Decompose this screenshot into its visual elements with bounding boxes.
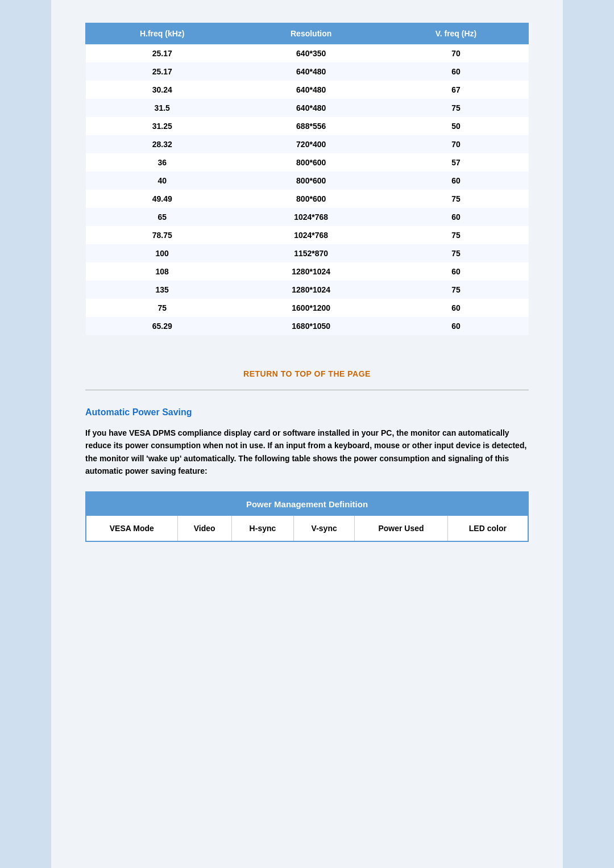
freq-cell: 75	[383, 244, 528, 262]
power-col-header: V-sync	[294, 516, 355, 541]
freq-cell: 1600*1200	[239, 299, 383, 317]
freq-cell: 65	[86, 208, 239, 226]
power-management-header: Power Management Definition	[86, 492, 528, 516]
freq-cell: 25.17	[86, 62, 239, 81]
freq-cell: 70	[383, 44, 528, 63]
freq-cell: 31.25	[86, 117, 239, 135]
freq-cell: 1280*1024	[239, 262, 383, 281]
freq-table-row: 28.32720*40070	[86, 135, 529, 153]
freq-table-row: 36800*60057	[86, 153, 529, 172]
auto-power-description: If you have VESA DPMS compliance display…	[85, 427, 529, 478]
freq-cell: 60	[383, 317, 528, 335]
freq-table-row: 1351280*102475	[86, 281, 529, 299]
power-col-header: Video	[177, 516, 231, 541]
header-resolution: Resolution	[239, 23, 383, 44]
freq-cell: 60	[383, 208, 528, 226]
freq-table-row: 65.291680*105060	[86, 317, 529, 335]
freq-cell: 30.24	[86, 81, 239, 99]
freq-cell: 40	[86, 172, 239, 190]
section-divider	[85, 390, 529, 390]
power-col-header: Power Used	[355, 516, 448, 541]
freq-cell: 60	[383, 262, 528, 281]
freq-cell: 100	[86, 244, 239, 262]
auto-power-section: Automatic Power Saving If you have VESA …	[85, 407, 529, 542]
freq-cell: 640*480	[239, 99, 383, 117]
return-to-top-section: RETURN TO TOP OF THE PAGE	[85, 369, 529, 378]
freq-table-row: 651024*76860	[86, 208, 529, 226]
freq-cell: 1280*1024	[239, 281, 383, 299]
freq-table-row: 25.17640*48060	[86, 62, 529, 81]
freq-table-row: 751600*120060	[86, 299, 529, 317]
freq-cell: 640*480	[239, 81, 383, 99]
freq-table-row: 78.751024*76875	[86, 226, 529, 244]
power-col-header: H-sync	[231, 516, 293, 541]
freq-cell: 800*600	[239, 190, 383, 208]
freq-table-row: 31.25688*55650	[86, 117, 529, 135]
header-hfreq: H.freq (kHz)	[86, 23, 239, 44]
freq-cell: 28.32	[86, 135, 239, 153]
auto-power-title: Automatic Power Saving	[85, 407, 529, 418]
freq-cell: 60	[383, 299, 528, 317]
power-col-header: LED color	[447, 516, 528, 541]
freq-cell: 640*350	[239, 44, 383, 63]
freq-cell: 720*400	[239, 135, 383, 153]
freq-table-row: 1081280*102460	[86, 262, 529, 281]
freq-cell: 67	[383, 81, 528, 99]
freq-cell: 25.17	[86, 44, 239, 63]
power-table-main-header: Power Management Definition	[86, 492, 528, 516]
header-vfreq: V. freq (Hz)	[383, 23, 528, 44]
freq-cell: 1024*768	[239, 208, 383, 226]
freq-cell: 31.5	[86, 99, 239, 117]
freq-cell: 75	[383, 226, 528, 244]
freq-cell: 640*480	[239, 62, 383, 81]
freq-cell: 65.29	[86, 317, 239, 335]
freq-cell: 688*556	[239, 117, 383, 135]
freq-cell: 800*600	[239, 153, 383, 172]
freq-cell: 75	[383, 190, 528, 208]
freq-cell: 135	[86, 281, 239, 299]
freq-cell: 49.49	[86, 190, 239, 208]
power-table-col-headers: VESA ModeVideoH-syncV-syncPower UsedLED …	[86, 516, 528, 541]
freq-table-row: 1001152*87075	[86, 244, 529, 262]
freq-cell: 75	[383, 99, 528, 117]
freq-cell: 57	[383, 153, 528, 172]
freq-cell: 75	[383, 281, 528, 299]
freq-cell: 36	[86, 153, 239, 172]
freq-cell: 50	[383, 117, 528, 135]
freq-cell: 75	[86, 299, 239, 317]
page-wrapper: H.freq (kHz) Resolution V. freq (Hz) 25.…	[51, 0, 563, 868]
power-col-header: VESA Mode	[86, 516, 177, 541]
freq-cell: 78.75	[86, 226, 239, 244]
freq-table-row: 25.17640*35070	[86, 44, 529, 63]
freq-cell: 60	[383, 172, 528, 190]
freq-cell: 60	[383, 62, 528, 81]
freq-table: H.freq (kHz) Resolution V. freq (Hz) 25.…	[85, 23, 529, 335]
freq-table-row: 49.49800*60075	[86, 190, 529, 208]
freq-cell: 800*600	[239, 172, 383, 190]
freq-table-row: 40800*60060	[86, 172, 529, 190]
freq-table-row: 31.5640*48075	[86, 99, 529, 117]
freq-table-row: 30.24640*48067	[86, 81, 529, 99]
freq-table-header-row: H.freq (kHz) Resolution V. freq (Hz)	[86, 23, 529, 44]
return-to-top-link[interactable]: RETURN TO TOP OF THE PAGE	[243, 369, 371, 378]
power-management-table: Power Management Definition VESA ModeVid…	[85, 491, 529, 542]
freq-cell: 1680*1050	[239, 317, 383, 335]
freq-cell: 70	[383, 135, 528, 153]
freq-cell: 108	[86, 262, 239, 281]
freq-cell: 1024*768	[239, 226, 383, 244]
freq-cell: 1152*870	[239, 244, 383, 262]
